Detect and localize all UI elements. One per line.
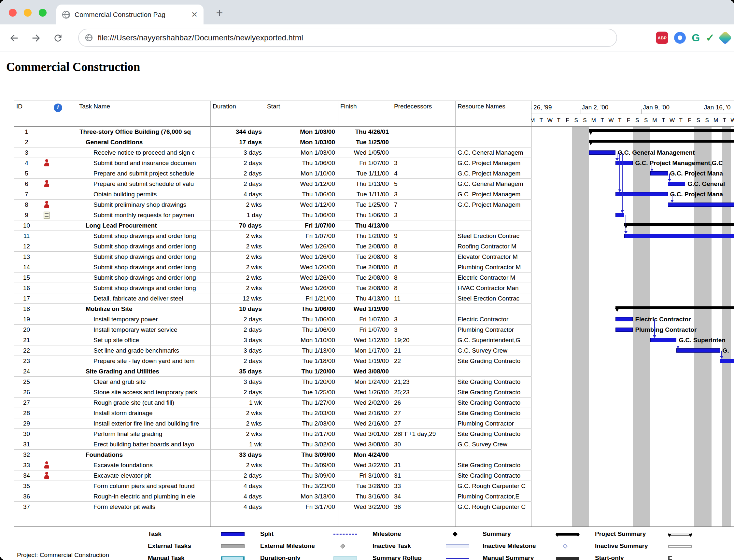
- task-resources: Plumbing Contractor: [456, 418, 531, 429]
- task-row: 19Install temporary power2 daysThu 1/06/…: [14, 314, 734, 325]
- task-resources: Roofing Contractor M: [456, 241, 531, 252]
- task-id: 14: [14, 262, 39, 273]
- legend-item: Inactive Milestone: [483, 541, 590, 551]
- task-resources: G.C. Rough Carpenter C: [456, 502, 531, 512]
- task-duration: 344 days: [211, 127, 265, 137]
- tab-close-icon[interactable]: ✕: [191, 11, 198, 19]
- gantt-row-canvas: [531, 241, 734, 252]
- task-id: 24: [14, 366, 39, 377]
- task-resources: Steel Erection Contrac: [456, 293, 531, 304]
- legend-swatch-manual-task: [221, 556, 245, 560]
- timeline-weeks: Dec 26, '99Jan 2, '00Jan 9, '00Jan 16, '…: [531, 101, 734, 114]
- site-info-icon[interactable]: [85, 34, 92, 41]
- task-predecessors: 8: [392, 283, 456, 293]
- task-row: 7Obtain building permits4 daysThu 1/06/0…: [14, 189, 734, 200]
- gantt-row-canvas: [531, 418, 734, 429]
- legend-swatch-milestone: [453, 532, 458, 537]
- gantt-task-bar: [720, 359, 734, 363]
- legend-swatch-duration-only: [333, 556, 357, 560]
- tab-title: Commercial Construction Pag: [75, 11, 188, 19]
- task-row: 31Erect building batter boards and layo1…: [14, 439, 734, 450]
- legend-item: Task: [148, 529, 255, 539]
- close-window-button[interactable]: [9, 9, 17, 17]
- task-finish: Tue 1/25/00: [338, 200, 392, 210]
- task-finish: Tue 3/28/00: [338, 481, 392, 491]
- task-name: Long Lead Procurement: [77, 220, 211, 231]
- legend-swatch-external-tasks: [221, 544, 245, 548]
- browser-tab[interactable]: Commercial Construction Pag ✕: [56, 5, 204, 24]
- day-letter: T: [720, 114, 729, 127]
- grammarly-extension-icon[interactable]: G: [692, 32, 700, 44]
- zoom-window-button[interactable]: [39, 9, 47, 17]
- back-icon[interactable]: [8, 33, 20, 44]
- task-finish: Thu 4/13/00: [338, 293, 392, 304]
- info-icon: i: [54, 104, 62, 112]
- diamond-extension-icon[interactable]: [718, 31, 732, 45]
- task-resources: Plumbing Contractor M: [456, 262, 531, 273]
- legend-item-label: Summary Rollup: [373, 554, 422, 560]
- task-name: Set up site office: [77, 335, 211, 345]
- blue-extension-icon[interactable]: [674, 32, 686, 44]
- task-start: Thu 3/09/00: [265, 470, 338, 481]
- task-predecessors: 30: [392, 439, 456, 450]
- summary-start-icon: [615, 308, 619, 312]
- day-letter: S: [703, 114, 712, 127]
- legend-item-label: Inactive Task: [373, 542, 411, 549]
- legend-item-label: Summary: [483, 530, 511, 537]
- browser-window: Commercial Construction Pag ✕ + file:///…: [0, 0, 734, 560]
- summary-start-icon: [624, 225, 628, 229]
- legend-swatch-summary-rollup: [446, 558, 469, 559]
- legend-item: External Tasks: [148, 541, 255, 551]
- gantt-row-canvas: [531, 293, 734, 304]
- task-row: 2General Conditions17 daysMon 1/03/00Tue…: [14, 137, 734, 147]
- timeline-days: SMTWTFSSMTWTFSSMTWTFSSMTW: [531, 114, 734, 127]
- task-name: Obtain building permits: [77, 189, 211, 200]
- task-row: 17Detail, fabricate and deliver steel12 …: [14, 293, 734, 304]
- task-start: Thu 2/03/00: [265, 408, 338, 418]
- task-name: Submit shop drawings and order long: [77, 231, 211, 241]
- browser-toolbar: file:///Users/nayyershahbaz/Documents/ne…: [0, 24, 734, 51]
- task-indicator-cell: [39, 481, 77, 491]
- gantt-row-canvas: [531, 491, 734, 502]
- legend-item-label: Project Summary: [595, 530, 646, 537]
- task-name: Erect building batter boards and layo: [77, 439, 211, 450]
- task-duration: 2 wks: [211, 283, 265, 293]
- gantt-row-canvas: [531, 377, 734, 387]
- task-indicator-cell: [39, 127, 77, 137]
- task-start: Thu 1/20/00: [265, 377, 338, 387]
- task-finish: Wed 1/19/00: [338, 356, 392, 366]
- gantt-bar-label: Plumbing Contractor: [635, 325, 697, 335]
- task-start: Thu 3/02/00: [265, 439, 338, 450]
- task-indicator-cell: [39, 179, 77, 189]
- task-indicator-cell: [39, 200, 77, 210]
- task-row: 23Prepare site - lay down yard and tem2 …: [14, 356, 734, 366]
- new-tab-button[interactable]: +: [212, 6, 227, 21]
- task-finish: Wed 2/16/00: [338, 408, 392, 418]
- task-resources: Site Grading Contracto: [456, 398, 531, 408]
- gantt-task-bar: [615, 192, 668, 196]
- task-resources: [456, 450, 531, 460]
- task-start: Fri 1/07/00: [265, 220, 338, 231]
- url-bar[interactable]: file:///Users/nayyershahbaz/Documents/ne…: [78, 29, 617, 47]
- adblock-extension-icon[interactable]: ABP: [656, 32, 668, 44]
- task-finish: Fri 1/07/00: [338, 314, 392, 325]
- task-start: Thu 1/20/00: [265, 366, 338, 377]
- filler-cell: [456, 512, 531, 526]
- gantt-row-canvas: [531, 220, 734, 231]
- task-indicator-cell: [39, 345, 77, 356]
- task-name: Submit monthly requests for paymen: [77, 210, 211, 220]
- task-name: Excavate elevator pit: [77, 470, 211, 481]
- task-indicator-cell: [39, 366, 77, 377]
- gantt-bar-label: G.C. Project Mana: [670, 189, 723, 200]
- task-resources: [456, 220, 531, 231]
- minimize-window-button[interactable]: [24, 9, 32, 17]
- task-indicator-cell: [39, 210, 77, 220]
- reload-icon[interactable]: [53, 33, 63, 43]
- gantt-row-canvas: [531, 137, 734, 147]
- forward-icon[interactable]: [31, 33, 42, 44]
- filler-cell: [77, 512, 211, 526]
- task-resources: [456, 210, 531, 220]
- checker-extension-icon[interactable]: ✓: [706, 32, 714, 44]
- week-tick: [581, 109, 581, 114]
- task-indicator-cell: [39, 231, 77, 241]
